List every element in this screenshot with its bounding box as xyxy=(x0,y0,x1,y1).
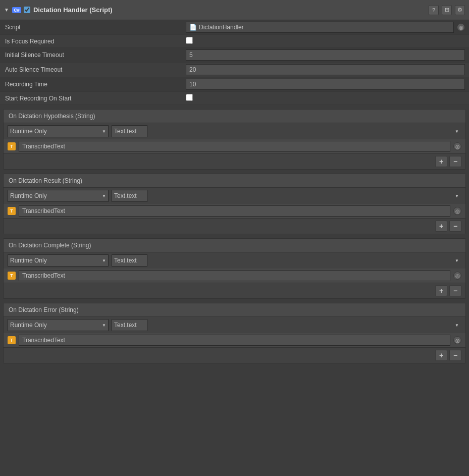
listener-row-result: T TranscribedText ◎ xyxy=(4,204,465,218)
cs-badge: C# xyxy=(12,7,21,13)
gear-icon[interactable]: ⚙ xyxy=(455,5,465,15)
initial-silence-timeout-value: 5 xyxy=(186,49,465,61)
event-selects-row-error: Runtime Only Off Editor and Runtime Text… xyxy=(4,317,465,333)
event-footer-complete: + − xyxy=(4,283,465,298)
component-panel: ▼ C# Dictation Handler (Script) ? ⊞ ⚙ Sc… xyxy=(0,0,469,363)
initial-silence-timeout-display: 5 xyxy=(186,49,465,61)
recording-time-row: Recording Time 10 xyxy=(0,77,469,92)
runtime-select-complete[interactable]: Runtime Only Off Editor and Runtime xyxy=(8,254,109,267)
target-select-wrapper-hypothesis: Text.text xyxy=(112,125,461,137)
runtime-select-wrapper-error: Runtime Only Off Editor and Runtime xyxy=(8,319,109,331)
properties-section: Script 📄 DictationHandler ◎ Is Focus Req… xyxy=(0,20,469,105)
listener-icon-result: T xyxy=(8,207,16,215)
add-listener-btn-result[interactable]: + xyxy=(435,221,447,232)
component-title: Dictation Handler (Script) xyxy=(33,6,429,14)
start-recording-label: Start Recording On Start xyxy=(4,95,186,102)
start-recording-checkbox[interactable] xyxy=(186,94,193,101)
is-focus-required-label: Is Focus Required xyxy=(4,38,186,45)
event-header-hypothesis: On Dictation Hypothesis (String) xyxy=(4,110,465,123)
listener-text-complete: TranscribedText xyxy=(19,270,450,281)
event-section-complete: On Dictation Complete (String) Runtime O… xyxy=(3,238,466,299)
listener-text-error: TranscribedText xyxy=(19,335,450,346)
script-value: 📄 DictationHandler ◎ xyxy=(186,22,465,33)
event-selects-row-hypothesis: Runtime Only Off Editor and Runtime Text… xyxy=(4,123,465,139)
auto-silence-timeout-value: 20 xyxy=(186,64,465,75)
is-focus-required-value xyxy=(186,37,465,45)
target-select-wrapper-complete: Text.text xyxy=(112,254,461,267)
runtime-select-wrapper-complete: Runtime Only Off Editor and Runtime xyxy=(8,254,109,267)
recording-time-display: 10 xyxy=(186,79,465,90)
runtime-select-error[interactable]: Runtime Only Off Editor and Runtime xyxy=(8,319,109,331)
is-focus-required-row: Is Focus Required xyxy=(0,35,469,48)
listener-icon-complete: T xyxy=(8,272,16,280)
event-footer-result: + − xyxy=(4,218,465,234)
event-header-complete: On Dictation Complete (String) xyxy=(4,239,465,252)
event-section-error: On Dictation Error (String) Runtime Only… xyxy=(3,303,466,363)
target-select-result[interactable]: Text.text xyxy=(112,190,147,202)
remove-listener-btn-error[interactable]: − xyxy=(449,350,461,361)
listener-row-error: T TranscribedText ◎ xyxy=(4,333,465,347)
event-header-error: On Dictation Error (String) xyxy=(4,303,465,317)
auto-silence-timeout-display: 20 xyxy=(186,64,465,75)
is-focus-required-checkbox[interactable] xyxy=(186,37,193,44)
target-select-complete[interactable]: Text.text xyxy=(112,254,147,267)
remove-listener-btn-result[interactable]: − xyxy=(449,221,461,232)
target-select-wrapper-error: Text.text xyxy=(112,319,461,331)
script-row: Script 📄 DictationHandler ◎ xyxy=(0,20,469,35)
runtime-select-result[interactable]: Runtime Only Off Editor and Runtime xyxy=(8,190,109,202)
event-section-result: On Dictation Result (String) Runtime Onl… xyxy=(3,174,466,234)
remove-listener-btn-hypothesis[interactable]: − xyxy=(449,156,461,167)
help-icon[interactable]: ? xyxy=(429,5,439,15)
listener-text-result: TranscribedText xyxy=(19,205,450,217)
runtime-select-wrapper-hypothesis: Runtime Only Off Editor and Runtime xyxy=(8,125,109,137)
component-header: ▼ C# Dictation Handler (Script) ? ⊞ ⚙ xyxy=(0,0,469,20)
add-listener-btn-error[interactable]: + xyxy=(435,350,447,361)
start-recording-row: Start Recording On Start xyxy=(0,92,469,105)
script-select-btn[interactable]: ◎ xyxy=(457,23,465,31)
collapse-arrow[interactable]: ▼ xyxy=(4,7,9,13)
event-section-hypothesis: On Dictation Hypothesis (String) Runtime… xyxy=(3,109,466,170)
script-filename: DictationHandler xyxy=(199,24,244,31)
recording-time-label: Recording Time xyxy=(4,81,186,88)
initial-silence-timeout-row: Initial Silence Timeout 5 xyxy=(0,48,469,63)
listener-icon-error: T xyxy=(8,336,16,344)
event-footer-error: + − xyxy=(4,347,465,363)
start-recording-value xyxy=(186,94,465,102)
runtime-select-wrapper-result: Runtime Only Off Editor and Runtime xyxy=(8,190,109,202)
auto-silence-timeout-label: Auto Silence Timeout xyxy=(4,66,186,73)
target-select-error[interactable]: Text.text xyxy=(112,319,147,331)
target-select-wrapper-result: Text.text xyxy=(112,190,461,202)
listener-select-btn-complete[interactable]: ◎ xyxy=(453,272,461,280)
add-listener-btn-hypothesis[interactable]: + xyxy=(435,156,447,167)
layout-icon[interactable]: ⊞ xyxy=(442,5,452,15)
listener-row-complete: T TranscribedText ◎ xyxy=(4,269,465,283)
enabled-checkbox[interactable] xyxy=(24,7,30,13)
auto-silence-timeout-row: Auto Silence Timeout 20 xyxy=(0,63,469,77)
runtime-select-hypothesis[interactable]: Runtime Only Off Editor and Runtime xyxy=(8,125,109,137)
listener-select-btn-error[interactable]: ◎ xyxy=(453,336,461,344)
add-listener-btn-complete[interactable]: + xyxy=(435,285,447,296)
listener-row-hypothesis: T TranscribedText ◎ xyxy=(4,139,465,153)
script-label: Script xyxy=(4,24,186,31)
header-icons: ? ⊞ ⚙ xyxy=(429,5,465,15)
target-select-hypothesis[interactable]: Text.text xyxy=(112,125,147,137)
listener-text-hypothesis: TranscribedText xyxy=(19,141,450,152)
listener-select-btn-result[interactable]: ◎ xyxy=(453,207,461,215)
recording-time-value: 10 xyxy=(186,79,465,90)
event-footer-hypothesis: + − xyxy=(4,153,465,169)
script-text: 📄 DictationHandler xyxy=(186,22,454,33)
events-container: On Dictation Hypothesis (String) Runtime… xyxy=(0,109,469,363)
listener-icon-hypothesis: T xyxy=(8,142,16,150)
event-header-result: On Dictation Result (String) xyxy=(4,174,465,188)
remove-listener-btn-complete[interactable]: − xyxy=(449,285,461,296)
event-selects-row-result: Runtime Only Off Editor and Runtime Text… xyxy=(4,188,465,204)
listener-select-btn-hypothesis[interactable]: ◎ xyxy=(453,142,461,150)
event-selects-row-complete: Runtime Only Off Editor and Runtime Text… xyxy=(4,252,465,269)
initial-silence-timeout-label: Initial Silence Timeout xyxy=(4,51,186,59)
